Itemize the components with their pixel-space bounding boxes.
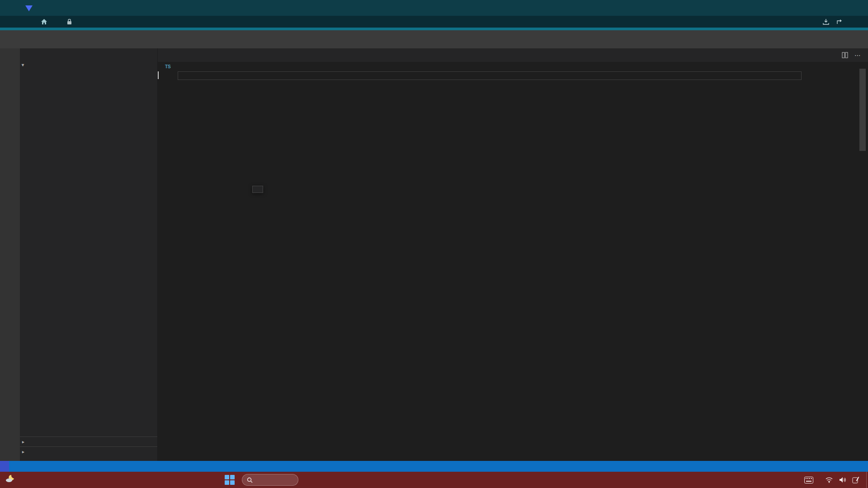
- scrollbar[interactable]: [858, 68, 868, 461]
- status-bar: [0, 461, 868, 472]
- link-tooltip: [252, 186, 263, 193]
- touch-keyboard-icon[interactable]: [804, 477, 813, 483]
- browser-toolbar: [0, 16, 868, 28]
- breadcrumb[interactable]: TS: [158, 62, 868, 71]
- home-button[interactable]: [41, 19, 54, 25]
- explorer-sidebar: ▾ ▸ ▸: [20, 48, 158, 461]
- ts-file-icon: TS: [165, 64, 171, 69]
- volume-icon[interactable]: [839, 477, 846, 483]
- ssl-lock-icon: [67, 19, 72, 25]
- browser-logo-icon[interactable]: [25, 5, 33, 11]
- search-icon: [247, 477, 253, 483]
- split-editor-icon[interactable]: [842, 52, 848, 58]
- activity-bar: [0, 48, 20, 461]
- more-actions-icon[interactable]: ⋯: [854, 52, 861, 59]
- minimap[interactable]: [808, 68, 858, 461]
- screen: ▾ ▸ ▸ ⋯ TS: [0, 0, 868, 488]
- show-desktop-button[interactable]: [866, 472, 868, 488]
- vscode-titlebar: [0, 30, 868, 48]
- text-cursor: [158, 71, 159, 79]
- weather-icon: [5, 473, 15, 484]
- remote-indicator[interactable]: [0, 461, 9, 472]
- weather-widget[interactable]: [5, 473, 19, 484]
- share-icon[interactable]: [836, 18, 843, 25]
- outline-section[interactable]: ▸: [20, 436, 157, 447]
- code-editor[interactable]: [158, 71, 808, 461]
- save-page-icon[interactable]: [822, 18, 830, 25]
- scrollbar-thumb[interactable]: [859, 69, 866, 151]
- taskbar: [0, 472, 868, 488]
- browser-tab-bar: [0, 0, 868, 16]
- timeline-section[interactable]: ▸: [20, 446, 157, 457]
- workspace-section-header[interactable]: ▾: [20, 62, 157, 72]
- wifi-icon[interactable]: [825, 477, 833, 483]
- current-line-highlight: [178, 71, 802, 80]
- chevron-down-icon: ▾: [22, 62, 24, 67]
- editor-tab-strip: [158, 48, 868, 62]
- start-button[interactable]: [225, 475, 235, 485]
- editor-actions: ⋯: [809, 48, 868, 62]
- pen-icon[interactable]: [852, 476, 859, 483]
- taskbar-search[interactable]: [242, 474, 298, 486]
